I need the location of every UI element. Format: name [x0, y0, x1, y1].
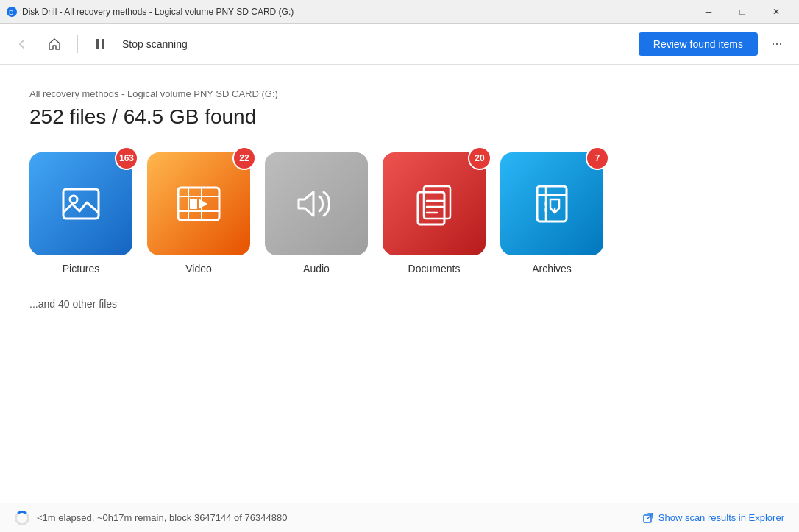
pause-icon: [95, 38, 105, 50]
minimize-button[interactable]: ─: [692, 0, 725, 24]
pictures-icon-wrapper: 163: [29, 152, 132, 255]
more-icon: ···: [771, 36, 782, 52]
category-card-archives[interactable]: 7 Archives: [500, 152, 603, 274]
close-button[interactable]: ✕: [759, 0, 793, 24]
video-label: Video: [185, 263, 212, 274]
status-text: <1m elapsed, ~0h17m remain, block 364714…: [37, 512, 642, 523]
svg-line-25: [647, 514, 653, 519]
external-link-icon: [642, 512, 654, 524]
toolbar-separator: [77, 35, 78, 53]
svg-rect-13: [418, 192, 444, 224]
svg-rect-3: [102, 39, 104, 49]
pictures-badge: 163: [115, 146, 138, 170]
svg-rect-11: [190, 199, 197, 209]
show-results-link[interactable]: Show scan results in Explorer: [642, 512, 784, 524]
status-bar: <1m elapsed, ~0h17m remain, block 364714…: [0, 503, 799, 532]
svg-rect-2: [96, 39, 99, 49]
title-bar-text: Disk Drill - All recovery methods - Logi…: [22, 7, 692, 17]
pictures-icon: [57, 180, 104, 227]
svg-rect-4: [63, 189, 99, 219]
audio-icon-wrapper: [265, 152, 368, 255]
toolbar: Stop scanning Review found items ···: [0, 24, 799, 65]
video-icon-wrapper: 22: [147, 152, 250, 255]
home-button[interactable]: [41, 31, 68, 57]
svg-point-5: [70, 196, 77, 203]
audio-icon: [293, 180, 340, 227]
back-button[interactable]: [9, 31, 35, 57]
home-icon: [48, 38, 61, 51]
documents-label: Documents: [408, 263, 461, 274]
title-bar-controls: ─ □ ✕: [692, 0, 793, 24]
maximize-button[interactable]: □: [725, 0, 759, 24]
app-icon: D: [6, 6, 18, 18]
documents-icon: [411, 180, 458, 227]
archives-badge: 7: [586, 146, 609, 170]
show-results-label: Show scan results in Explorer: [658, 512, 784, 523]
review-found-items-button[interactable]: Review found items: [639, 32, 758, 56]
scanning-spinner: [15, 511, 29, 525]
pictures-label: Pictures: [63, 263, 100, 274]
back-icon: [16, 38, 28, 50]
documents-badge: 20: [468, 146, 491, 170]
categories-grid: 163 Pictures 22 Video: [29, 152, 770, 274]
pause-button[interactable]: [87, 31, 113, 57]
scan-subtitle: All recovery methods - Logical volume PN…: [29, 88, 770, 99]
video-badge: 22: [232, 146, 256, 170]
documents-icon-wrapper: 20: [383, 152, 486, 255]
stop-scanning-label: Stop scanning: [122, 38, 633, 50]
archives-icon-wrapper: 7: [500, 152, 603, 255]
other-files-text: ...and 40 other files: [29, 298, 770, 310]
title-bar: D Disk Drill - All recovery methods - Lo…: [0, 0, 799, 24]
category-card-documents[interactable]: 20 Documents: [383, 152, 486, 274]
svg-marker-12: [199, 199, 207, 209]
video-icon: [175, 180, 222, 227]
scan-title: 252 files / 64.5 GB found: [29, 105, 770, 129]
archives-label: Archives: [532, 263, 572, 274]
main-content: All recovery methods - Logical volume PN…: [0, 65, 799, 503]
svg-rect-18: [537, 186, 567, 221]
archives-icon: [528, 180, 575, 227]
more-options-button[interactable]: ···: [764, 31, 790, 57]
svg-text:D: D: [9, 9, 14, 16]
category-card-audio[interactable]: Audio: [265, 152, 368, 274]
category-card-video[interactable]: 22 Video: [147, 152, 250, 274]
category-card-pictures[interactable]: 163 Pictures: [29, 152, 132, 274]
audio-label: Audio: [303, 263, 330, 274]
